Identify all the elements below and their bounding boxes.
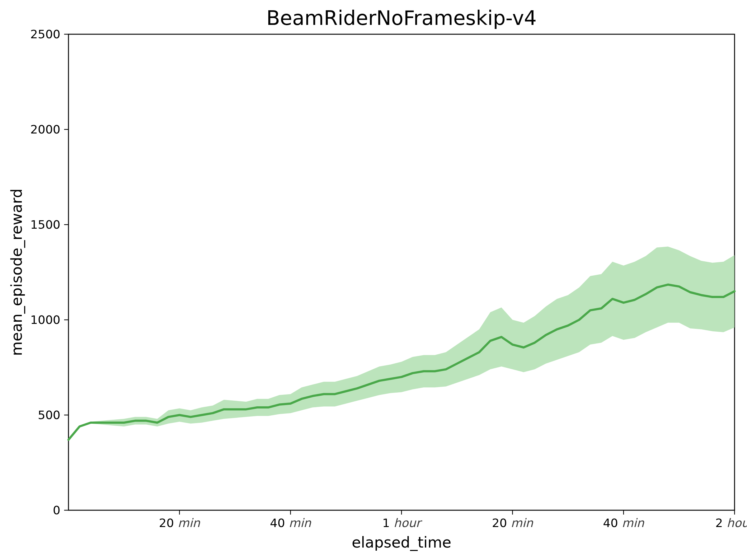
- y-tick-label: 2000: [30, 123, 60, 136]
- chart-title: BeamRiderNoFrameskip-v4: [266, 6, 537, 30]
- y-tick-label: 1000: [30, 313, 60, 327]
- y-tick-label: 500: [38, 408, 60, 422]
- x-tick-label: 2 hour: [715, 516, 747, 530]
- confidence-band: [69, 246, 735, 439]
- y-tick-label: 1500: [30, 218, 60, 232]
- y-axis-label: mean_episode_reward: [8, 189, 25, 356]
- x-tick-label: 40 min: [603, 516, 645, 530]
- y-tick-label: 2500: [30, 27, 60, 41]
- x-axis-label: elapsed_time: [352, 534, 451, 551]
- x-tick-label: 20 min: [492, 516, 534, 530]
- x-tick-label: 20 min: [159, 516, 201, 530]
- y-tick-label: 0: [53, 503, 60, 517]
- training-curve-chart: BeamRiderNoFrameskip-v405001000150020002…: [0, 0, 747, 560]
- x-tick-label: 40 min: [270, 516, 312, 530]
- x-tick-label: 1 hour: [382, 516, 422, 530]
